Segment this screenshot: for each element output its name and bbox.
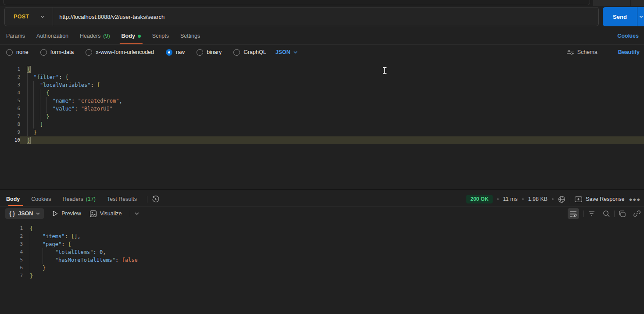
body-type-bar: noneform-datax-www-form-urlencodedrawbin…	[0, 45, 644, 60]
code-line-3[interactable]: 3"page": {	[0, 240, 644, 248]
line-number: 4	[0, 248, 23, 256]
code-line-9[interactable]: 9}	[0, 128, 644, 136]
save-response-icon	[575, 196, 582, 202]
cutoff-button-edge	[593, 0, 630, 6]
cookies-link[interactable]: Cookies	[617, 33, 639, 39]
body-type-form-data[interactable]: form-data	[40, 49, 74, 56]
method-label: POST	[14, 14, 29, 20]
cutoff-panel-edge	[4, 0, 590, 5]
radio-label: raw	[176, 49, 185, 55]
save-response-button[interactable]: Save Response	[575, 196, 624, 202]
code-line-10[interactable]: 10}	[0, 136, 644, 144]
preview-label: Preview	[61, 211, 81, 217]
request-tab-scripts[interactable]: Scripts	[147, 28, 175, 44]
request-tab-params[interactable]: Params	[6, 28, 31, 44]
network-globe-icon[interactable]	[558, 196, 565, 203]
beautify-button[interactable]: Beautify	[618, 49, 640, 55]
app-window: POST http://localhost:8088/v2/user-tasks…	[0, 0, 644, 314]
code-line-2[interactable]: 2"filter": {	[0, 73, 644, 81]
request-body-editor[interactable]: 1{2"filter": {3"localVariables": [4{5"na…	[0, 60, 644, 189]
line-number: 7	[0, 272, 23, 280]
response-tab-headers[interactable]: Headers(17)	[57, 192, 101, 206]
response-format-selector[interactable]: { } JSON	[5, 208, 44, 219]
code-content: "localVariables": [	[27, 81, 644, 89]
line-number: 5	[0, 97, 20, 105]
tab-count-badge: (17)	[86, 196, 96, 202]
more-options-icon[interactable]: ●●●	[629, 196, 640, 203]
response-tabs-row: BodyCookiesHeaders(17)Test Results 200 O…	[0, 192, 644, 207]
preview-button[interactable]: Preview	[53, 211, 81, 217]
body-type-graphql[interactable]: GraphQL	[233, 49, 266, 56]
code-content: "items": [],	[30, 232, 644, 240]
sliders-icon	[567, 50, 574, 55]
filter-icon[interactable]	[588, 211, 595, 216]
raw-language-label: JSON	[275, 49, 290, 55]
code-line-3[interactable]: 3"localVariables": [	[0, 81, 644, 89]
code-line-7[interactable]: 7}	[0, 272, 644, 280]
raw-language-selector[interactable]: JSON	[275, 49, 297, 55]
more-views-chevron-icon[interactable]	[135, 212, 139, 215]
request-tab-authorization[interactable]: Authorization	[31, 28, 74, 44]
radio-icon	[86, 49, 92, 56]
line-number: 7	[0, 113, 20, 121]
body-type-raw[interactable]: raw	[166, 49, 185, 56]
request-tabs-row: ParamsAuthorizationHeaders(9)BodyScripts…	[0, 28, 644, 45]
code-line-1[interactable]: 1{	[0, 225, 644, 232]
code-content: {	[27, 89, 644, 97]
code-content: "filter": {	[27, 73, 644, 81]
request-tab-settings[interactable]: Settings	[175, 28, 206, 44]
send-options-caret[interactable]	[637, 7, 644, 26]
url-input[interactable]: http://localhost:8088/v2/user-tasks/sear…	[53, 14, 598, 20]
response-tab-body[interactable]: Body	[6, 192, 25, 206]
line-number: 4	[0, 89, 20, 97]
line-number: 8	[0, 121, 20, 128]
tab-label: Authorization	[36, 33, 68, 39]
body-type-options: noneform-datax-www-form-urlencodedrawbin…	[6, 49, 266, 56]
visualize-button[interactable]: Visualize	[90, 211, 122, 217]
code-line-4[interactable]: 4"totalItems": 0,	[0, 248, 644, 256]
code-line-5[interactable]: 5"hasMoreTotalItems": false	[0, 256, 644, 264]
code-line-6[interactable]: 6"value": "BlazorUI"	[0, 105, 644, 113]
word-wrap-icon[interactable]	[568, 208, 579, 219]
body-type-x-www-form-urlencoded[interactable]: x-www-form-urlencoded	[86, 49, 154, 56]
tab-label: Body	[122, 33, 135, 39]
body-type-none[interactable]: none	[6, 49, 29, 56]
request-tab-headers[interactable]: Headers(9)	[74, 28, 116, 44]
code-content: {	[27, 65, 644, 73]
send-button-group: Send	[603, 7, 644, 26]
tab-label: Cookies	[31, 196, 51, 202]
code-line-8[interactable]: 8]	[0, 121, 644, 128]
line-number: 3	[0, 240, 23, 248]
code-line-2[interactable]: 2"items": [],	[0, 232, 644, 240]
response-tab-test-results[interactable]: Test Results	[101, 192, 143, 206]
line-number: 1	[0, 65, 20, 73]
code-line-4[interactable]: 4{	[0, 89, 644, 97]
line-number: 3	[0, 81, 20, 89]
response-body-editor[interactable]: 1{2"items": [],3"page": {4"totalItems": …	[0, 221, 644, 314]
radio-icon	[197, 49, 203, 56]
visualize-label: Visualize	[100, 211, 122, 217]
history-icon[interactable]	[152, 196, 159, 203]
code-content: "page": {	[30, 240, 644, 248]
line-number: 6	[0, 264, 23, 272]
schema-button[interactable]: Schema	[567, 49, 597, 55]
response-tab-cookies[interactable]: Cookies	[25, 192, 57, 206]
body-type-binary[interactable]: binary	[197, 49, 222, 56]
code-content: "value": "BlazorUI"	[27, 105, 644, 113]
save-response-label: Save Response	[586, 196, 624, 202]
copy-icon[interactable]	[619, 211, 626, 217]
link-icon[interactable]	[633, 210, 640, 217]
code-line-5[interactable]: 5"name": "createdFrom",	[0, 97, 644, 105]
code-line-7[interactable]: 7}	[0, 113, 644, 121]
response-time: 11 ms	[503, 196, 518, 202]
line-number: 10	[0, 136, 20, 144]
send-button[interactable]: Send	[603, 7, 637, 26]
search-icon[interactable]	[603, 210, 610, 217]
code-line-6[interactable]: 6}	[0, 264, 644, 272]
code-content: }	[30, 272, 644, 280]
request-tab-body[interactable]: Body	[116, 28, 147, 44]
method-selector[interactable]: POST	[5, 14, 53, 20]
line-number: 2	[0, 73, 20, 81]
radio-icon	[233, 49, 240, 56]
code-line-1[interactable]: 1{	[0, 65, 644, 73]
